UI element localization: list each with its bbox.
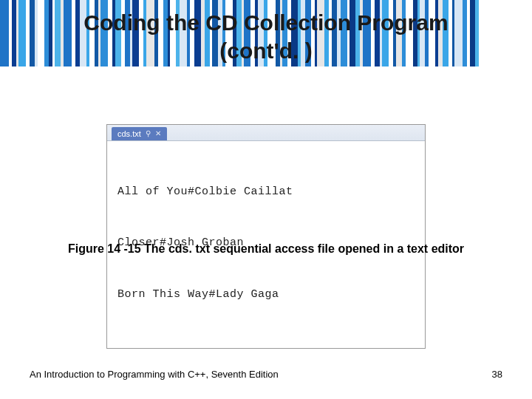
page-number: 38 — [492, 369, 502, 380]
editor-tab-cds-txt[interactable]: cds.txt ⚲ ✕ — [112, 127, 167, 140]
figure-caption: Figure 14 -15 The cds. txt sequential ac… — [0, 242, 532, 256]
slide-title: Coding the CD Collection Program (cont'd… — [0, 0, 532, 64]
title-line-2: (cont'd. ) — [219, 38, 312, 63]
editor-line: Born This Way#Lady Gaga — [117, 286, 415, 303]
editor-tab-bar: cds.txt ⚲ ✕ — [107, 125, 425, 141]
title-line-1: Coding the CD Collection Program — [83, 10, 448, 35]
editor-line: All of You#Colbie Caillat — [117, 183, 415, 200]
text-editor-window: cds.txt ⚲ ✕ All of You#Colbie Caillat Cl… — [106, 124, 426, 349]
figure-container: cds.txt ⚲ ✕ All of You#Colbie Caillat Cl… — [106, 124, 426, 349]
close-icon[interactable]: ✕ — [155, 129, 161, 137]
footer-book-title: An Introduction to Programming with C++,… — [30, 369, 279, 380]
editor-tab-label: cds.txt — [117, 129, 141, 138]
pin-icon[interactable]: ⚲ — [146, 129, 151, 137]
